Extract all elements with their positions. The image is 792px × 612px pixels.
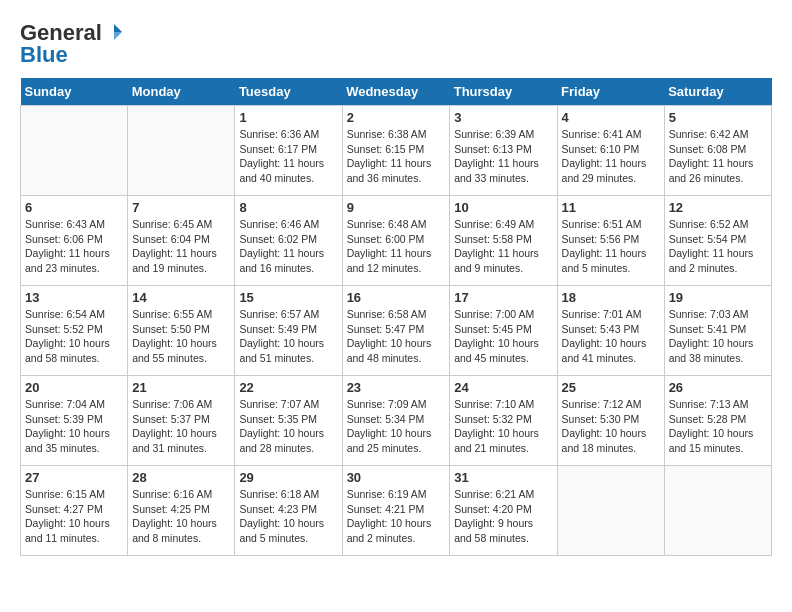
day-info: Sunrise: 6:43 AMSunset: 6:06 PMDaylight:… [25, 217, 123, 276]
calendar-cell: 18Sunrise: 7:01 AMSunset: 5:43 PMDayligh… [557, 286, 664, 376]
calendar-table: SundayMondayTuesdayWednesdayThursdayFrid… [20, 78, 772, 556]
calendar-cell: 22Sunrise: 7:07 AMSunset: 5:35 PMDayligh… [235, 376, 342, 466]
svg-marker-0 [114, 24, 122, 32]
week-row-4: 20Sunrise: 7:04 AMSunset: 5:39 PMDayligh… [21, 376, 772, 466]
day-info: Sunrise: 6:39 AMSunset: 6:13 PMDaylight:… [454, 127, 552, 186]
calendar-cell [664, 466, 771, 556]
day-info: Sunrise: 6:16 AMSunset: 4:25 PMDaylight:… [132, 487, 230, 546]
calendar-cell: 23Sunrise: 7:09 AMSunset: 5:34 PMDayligh… [342, 376, 450, 466]
day-number: 10 [454, 200, 552, 215]
day-info: Sunrise: 7:09 AMSunset: 5:34 PMDaylight:… [347, 397, 446, 456]
calendar-cell: 9Sunrise: 6:48 AMSunset: 6:00 PMDaylight… [342, 196, 450, 286]
day-info: Sunrise: 6:52 AMSunset: 5:54 PMDaylight:… [669, 217, 767, 276]
day-number: 23 [347, 380, 446, 395]
day-number: 8 [239, 200, 337, 215]
day-number: 5 [669, 110, 767, 125]
calendar-cell: 31Sunrise: 6:21 AMSunset: 4:20 PMDayligh… [450, 466, 557, 556]
day-info: Sunrise: 6:54 AMSunset: 5:52 PMDaylight:… [25, 307, 123, 366]
calendar-cell: 5Sunrise: 6:42 AMSunset: 6:08 PMDaylight… [664, 106, 771, 196]
day-number: 2 [347, 110, 446, 125]
day-number: 9 [347, 200, 446, 215]
day-number: 26 [669, 380, 767, 395]
header-thursday: Thursday [450, 78, 557, 106]
day-number: 19 [669, 290, 767, 305]
day-info: Sunrise: 6:15 AMSunset: 4:27 PMDaylight:… [25, 487, 123, 546]
page-header: General Blue [20, 20, 772, 68]
day-info: Sunrise: 6:57 AMSunset: 5:49 PMDaylight:… [239, 307, 337, 366]
calendar-cell: 1Sunrise: 6:36 AMSunset: 6:17 PMDaylight… [235, 106, 342, 196]
calendar-cell: 4Sunrise: 6:41 AMSunset: 6:10 PMDaylight… [557, 106, 664, 196]
calendar-cell: 21Sunrise: 7:06 AMSunset: 5:37 PMDayligh… [128, 376, 235, 466]
calendar-cell [21, 106, 128, 196]
header-monday: Monday [128, 78, 235, 106]
calendar-cell: 24Sunrise: 7:10 AMSunset: 5:32 PMDayligh… [450, 376, 557, 466]
day-number: 13 [25, 290, 123, 305]
day-number: 17 [454, 290, 552, 305]
calendar-cell: 15Sunrise: 6:57 AMSunset: 5:49 PMDayligh… [235, 286, 342, 376]
day-info: Sunrise: 6:48 AMSunset: 6:00 PMDaylight:… [347, 217, 446, 276]
day-info: Sunrise: 6:18 AMSunset: 4:23 PMDaylight:… [239, 487, 337, 546]
calendar-cell: 25Sunrise: 7:12 AMSunset: 5:30 PMDayligh… [557, 376, 664, 466]
logo-blue-text: Blue [20, 42, 68, 68]
calendar-cell: 8Sunrise: 6:46 AMSunset: 6:02 PMDaylight… [235, 196, 342, 286]
day-info: Sunrise: 7:10 AMSunset: 5:32 PMDaylight:… [454, 397, 552, 456]
day-info: Sunrise: 7:07 AMSunset: 5:35 PMDaylight:… [239, 397, 337, 456]
day-info: Sunrise: 7:03 AMSunset: 5:41 PMDaylight:… [669, 307, 767, 366]
day-number: 18 [562, 290, 660, 305]
week-row-5: 27Sunrise: 6:15 AMSunset: 4:27 PMDayligh… [21, 466, 772, 556]
calendar-cell: 7Sunrise: 6:45 AMSunset: 6:04 PMDaylight… [128, 196, 235, 286]
calendar-cell [128, 106, 235, 196]
day-info: Sunrise: 6:58 AMSunset: 5:47 PMDaylight:… [347, 307, 446, 366]
calendar-cell: 26Sunrise: 7:13 AMSunset: 5:28 PMDayligh… [664, 376, 771, 466]
day-info: Sunrise: 7:12 AMSunset: 5:30 PMDaylight:… [562, 397, 660, 456]
calendar-cell: 16Sunrise: 6:58 AMSunset: 5:47 PMDayligh… [342, 286, 450, 376]
day-number: 12 [669, 200, 767, 215]
calendar-cell [557, 466, 664, 556]
header-tuesday: Tuesday [235, 78, 342, 106]
day-number: 11 [562, 200, 660, 215]
week-row-3: 13Sunrise: 6:54 AMSunset: 5:52 PMDayligh… [21, 286, 772, 376]
day-info: Sunrise: 7:00 AMSunset: 5:45 PMDaylight:… [454, 307, 552, 366]
week-row-1: 1Sunrise: 6:36 AMSunset: 6:17 PMDaylight… [21, 106, 772, 196]
logo: General Blue [20, 20, 124, 68]
day-number: 3 [454, 110, 552, 125]
day-info: Sunrise: 6:55 AMSunset: 5:50 PMDaylight:… [132, 307, 230, 366]
calendar-cell: 2Sunrise: 6:38 AMSunset: 6:15 PMDaylight… [342, 106, 450, 196]
day-info: Sunrise: 6:46 AMSunset: 6:02 PMDaylight:… [239, 217, 337, 276]
day-number: 30 [347, 470, 446, 485]
day-info: Sunrise: 6:49 AMSunset: 5:58 PMDaylight:… [454, 217, 552, 276]
calendar-cell: 27Sunrise: 6:15 AMSunset: 4:27 PMDayligh… [21, 466, 128, 556]
day-number: 1 [239, 110, 337, 125]
day-info: Sunrise: 6:42 AMSunset: 6:08 PMDaylight:… [669, 127, 767, 186]
calendar-cell: 17Sunrise: 7:00 AMSunset: 5:45 PMDayligh… [450, 286, 557, 376]
day-info: Sunrise: 6:51 AMSunset: 5:56 PMDaylight:… [562, 217, 660, 276]
calendar-cell: 19Sunrise: 7:03 AMSunset: 5:41 PMDayligh… [664, 286, 771, 376]
calendar-cell: 11Sunrise: 6:51 AMSunset: 5:56 PMDayligh… [557, 196, 664, 286]
day-number: 29 [239, 470, 337, 485]
day-info: Sunrise: 7:06 AMSunset: 5:37 PMDaylight:… [132, 397, 230, 456]
day-number: 20 [25, 380, 123, 395]
calendar-cell: 30Sunrise: 6:19 AMSunset: 4:21 PMDayligh… [342, 466, 450, 556]
day-number: 31 [454, 470, 552, 485]
day-info: Sunrise: 6:38 AMSunset: 6:15 PMDaylight:… [347, 127, 446, 186]
calendar-cell: 28Sunrise: 6:16 AMSunset: 4:25 PMDayligh… [128, 466, 235, 556]
day-number: 15 [239, 290, 337, 305]
header-friday: Friday [557, 78, 664, 106]
calendar-cell: 10Sunrise: 6:49 AMSunset: 5:58 PMDayligh… [450, 196, 557, 286]
calendar-cell: 3Sunrise: 6:39 AMSunset: 6:13 PMDaylight… [450, 106, 557, 196]
logo-icon [104, 22, 124, 42]
day-number: 6 [25, 200, 123, 215]
day-number: 25 [562, 380, 660, 395]
calendar-cell: 14Sunrise: 6:55 AMSunset: 5:50 PMDayligh… [128, 286, 235, 376]
day-number: 28 [132, 470, 230, 485]
day-info: Sunrise: 6:19 AMSunset: 4:21 PMDaylight:… [347, 487, 446, 546]
day-number: 7 [132, 200, 230, 215]
calendar-header-row: SundayMondayTuesdayWednesdayThursdayFrid… [21, 78, 772, 106]
day-info: Sunrise: 6:36 AMSunset: 6:17 PMDaylight:… [239, 127, 337, 186]
calendar-cell: 29Sunrise: 6:18 AMSunset: 4:23 PMDayligh… [235, 466, 342, 556]
day-info: Sunrise: 6:21 AMSunset: 4:20 PMDaylight:… [454, 487, 552, 546]
day-info: Sunrise: 6:45 AMSunset: 6:04 PMDaylight:… [132, 217, 230, 276]
day-info: Sunrise: 6:41 AMSunset: 6:10 PMDaylight:… [562, 127, 660, 186]
day-info: Sunrise: 7:13 AMSunset: 5:28 PMDaylight:… [669, 397, 767, 456]
day-info: Sunrise: 7:04 AMSunset: 5:39 PMDaylight:… [25, 397, 123, 456]
